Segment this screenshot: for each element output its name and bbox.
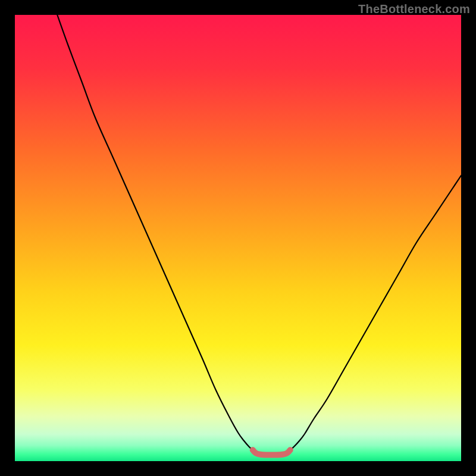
plot-area bbox=[15, 15, 461, 461]
right-curve bbox=[290, 176, 461, 450]
watermark-text: TheBottleneck.com bbox=[358, 2, 470, 16]
valley-floor bbox=[253, 450, 290, 455]
chart-frame: TheBottleneck.com bbox=[0, 0, 476, 476]
curves-layer bbox=[15, 15, 461, 461]
left-curve bbox=[57, 15, 253, 450]
